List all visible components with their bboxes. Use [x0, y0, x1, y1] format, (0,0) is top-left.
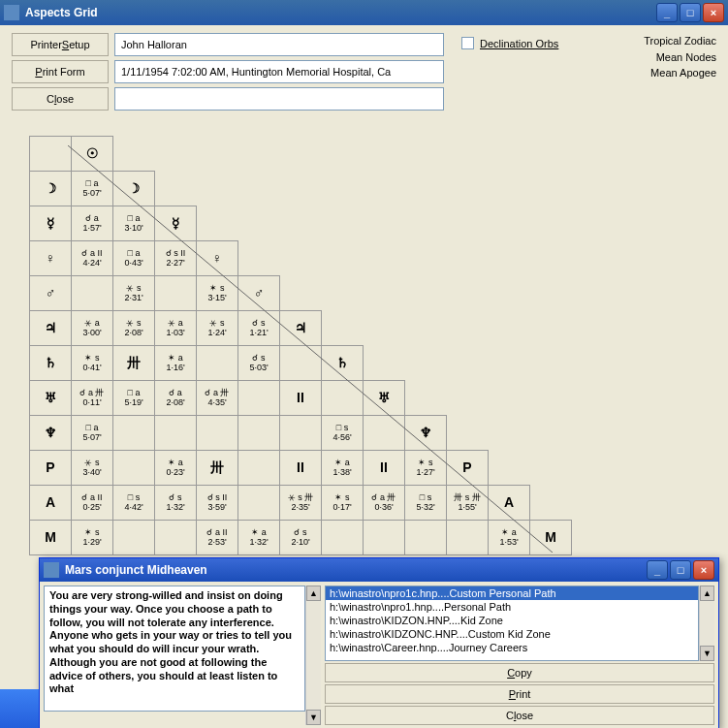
interpretation-text[interactable]: You are very strong-willed and insist on… — [44, 586, 305, 712]
aspect-cell[interactable]: ✶ s3·15' — [197, 276, 238, 311]
aspect-cell[interactable] — [364, 416, 405, 451]
popup-minimize-button[interactable]: _ — [647, 560, 668, 580]
copy-button[interactable]: Copy — [325, 663, 714, 682]
planet-symbol: ♄ — [30, 346, 72, 381]
close-button[interactable]: × — [703, 3, 724, 22]
aspect-cell[interactable] — [155, 521, 197, 555]
minimize-button[interactable]: _ — [656, 3, 678, 22]
file-row[interactable]: h:\winastro\npro1c.hnp....Custom Persona… — [326, 586, 698, 600]
aspect-cell[interactable] — [238, 381, 280, 416]
aspect-cell[interactable]: ☌ a II4·24' — [72, 241, 113, 276]
planet-symbol: ♆ — [30, 416, 72, 451]
aspect-cell[interactable]: □ a0·43' — [113, 241, 155, 276]
details-input[interactable] — [114, 60, 444, 83]
popup-close-btn[interactable]: Close — [325, 706, 714, 725]
scroll-up-icon[interactable]: ▲ — [700, 586, 714, 601]
aspect-cell[interactable]: ☌ s5·03' — [238, 346, 280, 381]
aspect-cell[interactable] — [322, 381, 364, 416]
extra-input[interactable] — [114, 87, 444, 111]
aspect-cell[interactable]: ⚹ s 卅2·35' — [280, 486, 322, 521]
aspect-cell[interactable]: ☌ a 卅0·36' — [364, 486, 405, 521]
aspect-cell[interactable]: ⚹ a1·03' — [155, 311, 197, 346]
aspect-cell[interactable] — [113, 416, 155, 451]
aspect-cell[interactable] — [280, 416, 322, 451]
aspect-cell[interactable] — [30, 137, 72, 172]
aspect-cell[interactable]: ✶ s0·17' — [322, 486, 364, 521]
aspect-cell[interactable] — [238, 486, 280, 521]
print-form-button[interactable]: Print Form — [12, 60, 109, 83]
aspect-cell[interactable] — [447, 521, 489, 555]
planet-symbol: ☽ — [30, 172, 72, 206]
planet-symbol: ♃ — [30, 311, 72, 346]
scroll-up-icon[interactable]: ▲ — [306, 586, 321, 601]
aspect-cell[interactable] — [113, 521, 155, 555]
main-titlebar: Aspects Grid _ □ × — [0, 0, 728, 25]
aspect-cell[interactable] — [405, 521, 447, 555]
print-button[interactable]: Print — [325, 684, 714, 704]
aspect-cell[interactable]: □ a5·07' — [72, 172, 113, 206]
aspect-cell[interactable]: ☌ a2·08' — [155, 381, 197, 416]
aspect-cell[interactable]: □ s5·32' — [405, 486, 447, 521]
aspect-cell[interactable]: ⚹ s2·08' — [113, 311, 155, 346]
aspect-cell[interactable]: ☌ s1·32' — [155, 486, 197, 521]
aspect-cell[interactable]: 卅 s 卅1·55' — [447, 486, 489, 521]
filelist-scrollbar[interactable]: ▲ ▼ — [699, 586, 714, 661]
aspect-cell[interactable]: ☌ s II2·27' — [155, 241, 197, 276]
aspect-cell[interactable] — [155, 276, 197, 311]
aspect-cell[interactable]: □ s4·42' — [113, 486, 155, 521]
aspect-cell[interactable] — [113, 451, 155, 486]
close-main-button[interactable]: Close — [12, 87, 109, 111]
aspect-cell[interactable]: ⚹ a3·00' — [72, 311, 113, 346]
file-list[interactable]: h:\winastro\npro1c.hnp....Custom Persona… — [325, 586, 699, 661]
declination-orbs-checkbox[interactable] — [461, 37, 474, 49]
aspect-cell[interactable]: ☌ a II0·25' — [72, 486, 113, 521]
taskbar[interactable] — [0, 689, 39, 728]
aspect-cell[interactable]: ☌ a 卅0·11' — [72, 381, 113, 416]
aspect-cell[interactable]: ☌ s II3·59' — [197, 486, 238, 521]
aspect-cell[interactable]: ✶ a1·38' — [322, 451, 364, 486]
aspect-cell[interactable]: ✶ a1·32' — [238, 521, 280, 555]
aspect-cell[interactable]: ✶ s1·27' — [405, 451, 447, 486]
aspect-cell[interactable]: ☌ s2·10' — [280, 521, 322, 555]
file-row[interactable]: h:\winastro\Career.hnp....Journey Career… — [326, 641, 698, 654]
aspect-cell[interactable]: ☌ a II2·53' — [197, 521, 238, 555]
aspect-cell[interactable]: ⚹ s2·31' — [113, 276, 155, 311]
aspect-cell[interactable]: □ s4·56' — [322, 416, 364, 451]
aspect-cell[interactable]: ⚹ s1·24' — [197, 311, 238, 346]
file-row[interactable]: h:\winastro\KIDZONC.HNP....Custom Kid Zo… — [326, 627, 698, 641]
popup-close-button[interactable]: × — [693, 560, 714, 580]
aspect-cell[interactable] — [280, 346, 322, 381]
aspect-cell[interactable] — [155, 416, 197, 451]
name-input[interactable] — [114, 33, 444, 56]
printer-setup-button[interactable]: Printer Setup — [12, 33, 109, 56]
file-row[interactable]: h:\winastro\KIDZON.HNP....Kid Zone — [326, 614, 698, 627]
aspect-cell[interactable]: □ a5·07' — [72, 416, 113, 451]
aspect-cell[interactable]: □ a3·10' — [113, 206, 155, 241]
file-row[interactable]: h:\winastro\npro1.hnp....Personal Path — [326, 600, 698, 614]
aspect-cell[interactable] — [322, 521, 364, 555]
aspect-cell[interactable] — [238, 451, 280, 486]
planet-symbol: A — [489, 486, 530, 521]
planet-symbol: II — [280, 381, 322, 416]
interp-scrollbar[interactable]: ▲ ▼ — [305, 586, 321, 725]
aspect-cell[interactable] — [238, 416, 280, 451]
aspect-cell[interactable]: ✶ s0·41' — [72, 346, 113, 381]
aspect-cell[interactable]: ✶ a1·16' — [155, 346, 197, 381]
aspect-cell[interactable]: ✶ s1·29' — [72, 521, 113, 555]
scroll-down-icon[interactable]: ▼ — [700, 646, 714, 661]
meta-zodiac: Tropical Zodiac — [644, 33, 716, 49]
aspect-cell[interactable]: ☌ a 卅4·35' — [197, 381, 238, 416]
aspect-cell[interactable]: ✶ a1·53' — [489, 521, 530, 555]
aspect-cell[interactable]: ✶ a0·23' — [155, 451, 197, 486]
aspect-cell[interactable] — [72, 276, 113, 311]
popup-maximize-button[interactable]: □ — [670, 560, 691, 580]
aspect-cell[interactable] — [197, 416, 238, 451]
aspect-cell[interactable] — [197, 346, 238, 381]
aspect-cell[interactable]: ☌ s1·21' — [238, 311, 280, 346]
maximize-button[interactable]: □ — [680, 3, 701, 22]
scroll-down-icon[interactable]: ▼ — [306, 710, 321, 725]
aspect-cell[interactable]: □ a5·19' — [113, 381, 155, 416]
aspect-cell[interactable]: ⚹ s3·40' — [72, 451, 113, 486]
aspect-cell[interactable]: ☌ a1·57' — [72, 206, 113, 241]
aspect-cell[interactable] — [364, 521, 405, 555]
